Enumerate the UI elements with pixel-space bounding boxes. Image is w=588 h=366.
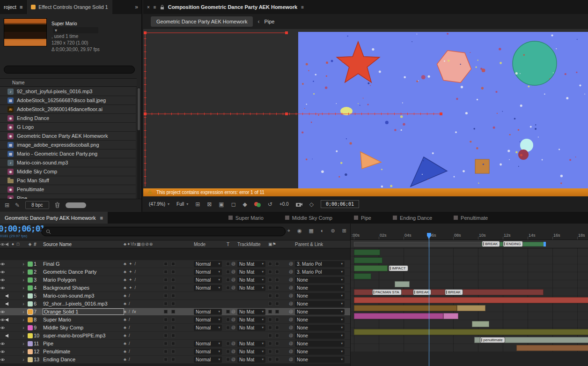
preview-time-display[interactable]: 0;00;06;01 [321, 200, 359, 208]
composition-viewport[interactable] [143, 29, 588, 188]
project-item[interactable]: ◉G Logo [0, 123, 136, 132]
audio-speaker-icon[interactable] [5, 317, 10, 322]
parent-pickwhip-icon[interactable]: @ [289, 325, 295, 330]
track-matte-dropdown[interactable]: No Mat▾ [237, 349, 265, 355]
layer-row[interactable]: ›11Pipe♣/Normal▾@No Mat▾@None▾ [0, 340, 350, 348]
audio-speaker-icon[interactable] [5, 293, 10, 299]
transparency-grid-icon[interactable]: ◻ [231, 201, 236, 208]
project-scrollbar[interactable] [137, 87, 140, 199]
matte-pickwhip-icon[interactable]: @ [231, 317, 237, 322]
layer-expand-icon[interactable]: › [21, 269, 26, 275]
audio-speaker-icon[interactable] [5, 309, 10, 314]
toggle-box[interactable] [268, 350, 272, 353]
toggle-box[interactable] [171, 270, 175, 274]
audio-speaker-icon[interactable] [5, 357, 10, 362]
track-matte-dropdown[interactable]: No Mat▾ [237, 277, 265, 283]
breadcrumb-parent[interactable]: Geometric Dance Party AEK Homework [151, 16, 253, 27]
matte-pickwhip-icon[interactable]: @ [231, 285, 237, 290]
lock-switch[interactable] [15, 269, 21, 275]
flowchart-icon[interactable]: ◇ [309, 201, 314, 208]
selection-handle[interactable] [144, 31, 147, 34]
layer-expand-icon[interactable]: › [21, 301, 26, 306]
layer-color-chip[interactable] [26, 309, 34, 314]
toggle-box[interactable] [275, 270, 279, 274]
mode-dropdown[interactable]: Normal▾ [194, 269, 222, 275]
toggle-box[interactable] [171, 358, 175, 361]
shy-switch[interactable]: ♣ [124, 261, 127, 266]
solo-switch[interactable] [10, 269, 15, 275]
source-name-column-header[interactable]: Source Name [43, 242, 124, 247]
parent-dropdown[interactable]: None▾ [295, 293, 345, 299]
layer-name[interactable]: Pipe [43, 341, 124, 346]
layer-name[interactable]: Super Mario [43, 317, 124, 322]
breadcrumb-current[interactable]: Pipe [264, 19, 274, 24]
parent-pickwhip-icon[interactable]: @ [289, 317, 295, 322]
lock-switch[interactable] [15, 341, 21, 346]
quality-switch[interactable]: / [129, 349, 131, 354]
layer-expand-icon[interactable]: › [21, 277, 26, 283]
audio-speaker-icon[interactable] [5, 261, 10, 267]
matte-pickwhip-icon[interactable]: @ [231, 357, 237, 362]
time-ruler[interactable]: :00s02s04s06s08s10s12s14s16s18s [351, 224, 588, 240]
toggle-box[interactable] [275, 350, 279, 353]
layer-row[interactable]: ›692_shor...l-pixels_0016.mp3♣/@None▾ [0, 300, 350, 308]
switches-column-header[interactable]: ♣✦\fx▦◎⊘⊛ [124, 242, 160, 246]
parent-dropdown[interactable]: None▾ [295, 341, 345, 347]
matte-pickwhip-icon[interactable]: @ [231, 277, 237, 282]
preserve-transparency-toggle[interactable] [226, 262, 230, 266]
layer-name[interactable]: Background Shapes [43, 285, 124, 291]
preserve-transparency-header[interactable]: T [225, 242, 231, 247]
selection-handle[interactable] [440, 112, 442, 115]
toggle-box[interactable] [171, 286, 175, 290]
work-area-strip[interactable]: BREAKENDING [351, 240, 588, 248]
magnification-dropdown[interactable]: (47.9%)▾ [149, 202, 169, 207]
visibility-eye-icon[interactable] [0, 277, 5, 283]
layer-color-chip[interactable] [26, 301, 34, 306]
timeline-tab[interactable]: Ending Dance [393, 215, 432, 221]
quality-switch[interactable]: / [134, 285, 136, 290]
matte-pickwhip-icon[interactable]: @ [231, 341, 237, 346]
layer-expand-icon[interactable]: › [21, 325, 26, 330]
toggle-box[interactable] [164, 302, 168, 306]
shy-switch[interactable]: ♣ [124, 277, 127, 282]
layer-color-chip[interactable] [26, 293, 34, 299]
parent-pickwhip-icon[interactable]: @ [289, 301, 295, 306]
mode-dropdown[interactable]: Normal▾ [194, 277, 222, 283]
visibility-eye-icon[interactable] [0, 325, 5, 330]
shy-switch[interactable]: ♣ [124, 301, 127, 306]
visibility-eye-icon[interactable] [0, 285, 5, 291]
preserve-transparency-toggle[interactable] [226, 326, 230, 329]
timeline-tab[interactable]: Penultimate [454, 215, 488, 221]
preserve-transparency-toggle[interactable] [226, 358, 230, 361]
selection-handle[interactable] [285, 31, 288, 34]
expression-error-banner[interactable]: ⚠ This project contains expression error… [143, 188, 588, 196]
layer-expand-icon[interactable]: › [21, 349, 26, 354]
lock-switch[interactable] [15, 357, 21, 362]
mode-dropdown[interactable]: Normal▾ [194, 349, 222, 355]
effect-controls-tab[interactable]: Effect Controls Orange Solid 1 [26, 0, 112, 14]
layer-switches[interactable]: ♣/ [124, 357, 160, 362]
quality-switch[interactable]: / [129, 293, 131, 298]
shy-switch[interactable]: ♣ [124, 349, 127, 354]
shy-switch[interactable]: ♣ [124, 325, 127, 330]
layer-duration-bar[interactable] [443, 313, 458, 319]
selection-handle[interactable] [144, 112, 147, 115]
name-column-header[interactable]: Name [0, 78, 137, 87]
toggle-box[interactable] [268, 334, 272, 337]
shy-switch[interactable]: ♣ [124, 269, 127, 274]
lock-switch[interactable] [15, 325, 21, 330]
lock-switch[interactable] [15, 301, 21, 306]
lock-switch[interactable] [15, 333, 21, 338]
toggle-box[interactable] [171, 278, 175, 282]
timeline-tab[interactable]: Pipe [354, 215, 371, 221]
shy-switch[interactable]: ♣ [124, 357, 127, 362]
mask-visibility-icon[interactable]: ⊠ [207, 201, 212, 208]
mode-dropdown[interactable]: Normal▾ [194, 285, 222, 291]
quality-switch[interactable]: / [129, 317, 131, 322]
quality-switch[interactable]: / [129, 357, 131, 362]
layer-name[interactable]: Orange Solid 1 [43, 309, 124, 314]
layer-color-chip[interactable] [26, 333, 34, 338]
parent-dropdown[interactable]: None▾ [295, 357, 345, 363]
solo-switch[interactable] [10, 309, 15, 314]
visibility-eye-icon[interactable] [0, 309, 5, 314]
